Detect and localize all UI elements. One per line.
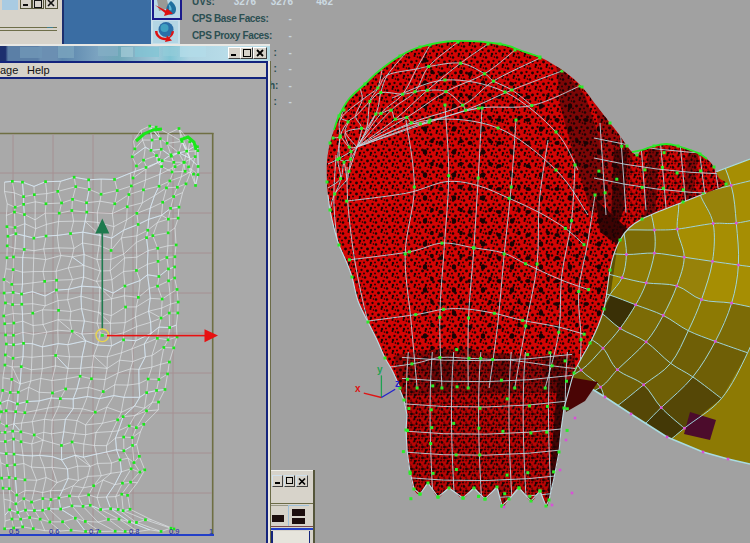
svg-text:0.7: 0.7 <box>89 527 99 536</box>
svg-text:0.6: 0.6 <box>49 527 59 536</box>
svg-text:0.9: 0.9 <box>169 527 179 536</box>
svg-text:x: x <box>355 383 361 394</box>
svg-text:1: 1 <box>209 527 213 536</box>
svg-text:0.8: 0.8 <box>129 527 139 536</box>
svg-text:y: y <box>377 364 383 375</box>
svg-text:z: z <box>395 378 400 389</box>
svg-text:0.5: 0.5 <box>9 527 19 536</box>
